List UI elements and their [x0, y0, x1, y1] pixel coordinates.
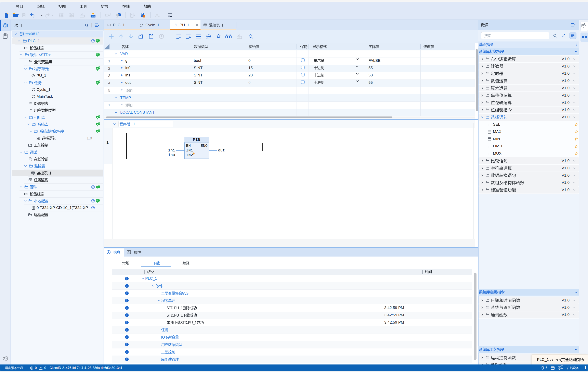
svg-text:1100: 1100: [91, 16, 94, 17]
